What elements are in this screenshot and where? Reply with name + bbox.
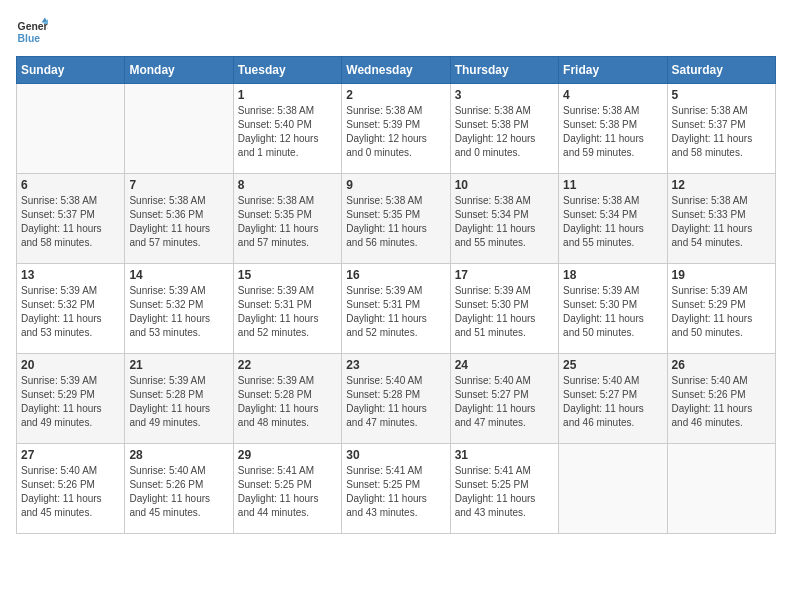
- header-thursday: Thursday: [450, 57, 558, 84]
- day-info: Sunrise: 5:39 AM Sunset: 5:30 PM Dayligh…: [563, 284, 662, 340]
- calendar-cell: 4Sunrise: 5:38 AM Sunset: 5:38 PM Daylig…: [559, 84, 667, 174]
- calendar-cell: 10Sunrise: 5:38 AM Sunset: 5:34 PM Dayli…: [450, 174, 558, 264]
- day-number: 25: [563, 358, 662, 372]
- calendar-week-row: 13Sunrise: 5:39 AM Sunset: 5:32 PM Dayli…: [17, 264, 776, 354]
- day-info: Sunrise: 5:40 AM Sunset: 5:26 PM Dayligh…: [129, 464, 228, 520]
- day-number: 27: [21, 448, 120, 462]
- calendar-cell: 5Sunrise: 5:38 AM Sunset: 5:37 PM Daylig…: [667, 84, 775, 174]
- day-info: Sunrise: 5:39 AM Sunset: 5:29 PM Dayligh…: [672, 284, 771, 340]
- calendar-cell: 6Sunrise: 5:38 AM Sunset: 5:37 PM Daylig…: [17, 174, 125, 264]
- calendar-cell: 30Sunrise: 5:41 AM Sunset: 5:25 PM Dayli…: [342, 444, 450, 534]
- day-info: Sunrise: 5:39 AM Sunset: 5:29 PM Dayligh…: [21, 374, 120, 430]
- logo: General Blue: [16, 16, 48, 48]
- day-info: Sunrise: 5:38 AM Sunset: 5:37 PM Dayligh…: [672, 104, 771, 160]
- day-number: 16: [346, 268, 445, 282]
- day-number: 3: [455, 88, 554, 102]
- day-number: 19: [672, 268, 771, 282]
- page-header: General Blue: [16, 16, 776, 48]
- day-info: Sunrise: 5:39 AM Sunset: 5:28 PM Dayligh…: [238, 374, 337, 430]
- calendar-cell: 31Sunrise: 5:41 AM Sunset: 5:25 PM Dayli…: [450, 444, 558, 534]
- day-info: Sunrise: 5:40 AM Sunset: 5:26 PM Dayligh…: [672, 374, 771, 430]
- header-friday: Friday: [559, 57, 667, 84]
- calendar-week-row: 20Sunrise: 5:39 AM Sunset: 5:29 PM Dayli…: [17, 354, 776, 444]
- day-number: 31: [455, 448, 554, 462]
- calendar-cell: 3Sunrise: 5:38 AM Sunset: 5:38 PM Daylig…: [450, 84, 558, 174]
- day-info: Sunrise: 5:38 AM Sunset: 5:34 PM Dayligh…: [455, 194, 554, 250]
- day-number: 18: [563, 268, 662, 282]
- day-number: 21: [129, 358, 228, 372]
- day-info: Sunrise: 5:38 AM Sunset: 5:38 PM Dayligh…: [455, 104, 554, 160]
- day-number: 1: [238, 88, 337, 102]
- logo-icon: General Blue: [16, 16, 48, 48]
- day-number: 10: [455, 178, 554, 192]
- day-number: 4: [563, 88, 662, 102]
- day-number: 14: [129, 268, 228, 282]
- calendar-week-row: 6Sunrise: 5:38 AM Sunset: 5:37 PM Daylig…: [17, 174, 776, 264]
- day-info: Sunrise: 5:38 AM Sunset: 5:39 PM Dayligh…: [346, 104, 445, 160]
- day-info: Sunrise: 5:38 AM Sunset: 5:40 PM Dayligh…: [238, 104, 337, 160]
- calendar-cell: [17, 84, 125, 174]
- day-number: 13: [21, 268, 120, 282]
- day-info: Sunrise: 5:38 AM Sunset: 5:35 PM Dayligh…: [238, 194, 337, 250]
- day-info: Sunrise: 5:39 AM Sunset: 5:32 PM Dayligh…: [129, 284, 228, 340]
- day-info: Sunrise: 5:38 AM Sunset: 5:37 PM Dayligh…: [21, 194, 120, 250]
- day-info: Sunrise: 5:39 AM Sunset: 5:31 PM Dayligh…: [346, 284, 445, 340]
- calendar-cell: 22Sunrise: 5:39 AM Sunset: 5:28 PM Dayli…: [233, 354, 341, 444]
- svg-text:General: General: [18, 21, 48, 32]
- day-info: Sunrise: 5:40 AM Sunset: 5:27 PM Dayligh…: [563, 374, 662, 430]
- header-tuesday: Tuesday: [233, 57, 341, 84]
- calendar-cell: 29Sunrise: 5:41 AM Sunset: 5:25 PM Dayli…: [233, 444, 341, 534]
- calendar-cell: 24Sunrise: 5:40 AM Sunset: 5:27 PM Dayli…: [450, 354, 558, 444]
- svg-text:Blue: Blue: [18, 33, 41, 44]
- day-info: Sunrise: 5:39 AM Sunset: 5:32 PM Dayligh…: [21, 284, 120, 340]
- day-info: Sunrise: 5:41 AM Sunset: 5:25 PM Dayligh…: [238, 464, 337, 520]
- calendar-cell: 1Sunrise: 5:38 AM Sunset: 5:40 PM Daylig…: [233, 84, 341, 174]
- day-info: Sunrise: 5:41 AM Sunset: 5:25 PM Dayligh…: [455, 464, 554, 520]
- day-number: 20: [21, 358, 120, 372]
- day-number: 6: [21, 178, 120, 192]
- calendar-cell: [667, 444, 775, 534]
- calendar-cell: 26Sunrise: 5:40 AM Sunset: 5:26 PM Dayli…: [667, 354, 775, 444]
- day-number: 28: [129, 448, 228, 462]
- day-number: 17: [455, 268, 554, 282]
- calendar-table: SundayMondayTuesdayWednesdayThursdayFrid…: [16, 56, 776, 534]
- calendar-week-row: 1Sunrise: 5:38 AM Sunset: 5:40 PM Daylig…: [17, 84, 776, 174]
- calendar-cell: 13Sunrise: 5:39 AM Sunset: 5:32 PM Dayli…: [17, 264, 125, 354]
- day-number: 7: [129, 178, 228, 192]
- calendar-week-row: 27Sunrise: 5:40 AM Sunset: 5:26 PM Dayli…: [17, 444, 776, 534]
- calendar-cell: 14Sunrise: 5:39 AM Sunset: 5:32 PM Dayli…: [125, 264, 233, 354]
- calendar-cell: 16Sunrise: 5:39 AM Sunset: 5:31 PM Dayli…: [342, 264, 450, 354]
- day-info: Sunrise: 5:39 AM Sunset: 5:28 PM Dayligh…: [129, 374, 228, 430]
- day-info: Sunrise: 5:39 AM Sunset: 5:31 PM Dayligh…: [238, 284, 337, 340]
- day-number: 11: [563, 178, 662, 192]
- day-number: 24: [455, 358, 554, 372]
- calendar-cell: 21Sunrise: 5:39 AM Sunset: 5:28 PM Dayli…: [125, 354, 233, 444]
- calendar-cell: 20Sunrise: 5:39 AM Sunset: 5:29 PM Dayli…: [17, 354, 125, 444]
- day-info: Sunrise: 5:38 AM Sunset: 5:34 PM Dayligh…: [563, 194, 662, 250]
- day-number: 2: [346, 88, 445, 102]
- day-info: Sunrise: 5:39 AM Sunset: 5:30 PM Dayligh…: [455, 284, 554, 340]
- day-number: 5: [672, 88, 771, 102]
- calendar-header-row: SundayMondayTuesdayWednesdayThursdayFrid…: [17, 57, 776, 84]
- day-number: 30: [346, 448, 445, 462]
- day-number: 22: [238, 358, 337, 372]
- day-info: Sunrise: 5:38 AM Sunset: 5:33 PM Dayligh…: [672, 194, 771, 250]
- header-sunday: Sunday: [17, 57, 125, 84]
- day-info: Sunrise: 5:38 AM Sunset: 5:36 PM Dayligh…: [129, 194, 228, 250]
- calendar-cell: 2Sunrise: 5:38 AM Sunset: 5:39 PM Daylig…: [342, 84, 450, 174]
- day-info: Sunrise: 5:40 AM Sunset: 5:28 PM Dayligh…: [346, 374, 445, 430]
- calendar-cell: 11Sunrise: 5:38 AM Sunset: 5:34 PM Dayli…: [559, 174, 667, 264]
- day-number: 8: [238, 178, 337, 192]
- calendar-cell: 17Sunrise: 5:39 AM Sunset: 5:30 PM Dayli…: [450, 264, 558, 354]
- calendar-cell: 25Sunrise: 5:40 AM Sunset: 5:27 PM Dayli…: [559, 354, 667, 444]
- calendar-cell: 8Sunrise: 5:38 AM Sunset: 5:35 PM Daylig…: [233, 174, 341, 264]
- day-info: Sunrise: 5:40 AM Sunset: 5:27 PM Dayligh…: [455, 374, 554, 430]
- calendar-cell: 12Sunrise: 5:38 AM Sunset: 5:33 PM Dayli…: [667, 174, 775, 264]
- calendar-cell: 15Sunrise: 5:39 AM Sunset: 5:31 PM Dayli…: [233, 264, 341, 354]
- day-number: 29: [238, 448, 337, 462]
- calendar-cell: 27Sunrise: 5:40 AM Sunset: 5:26 PM Dayli…: [17, 444, 125, 534]
- header-monday: Monday: [125, 57, 233, 84]
- calendar-cell: [125, 84, 233, 174]
- calendar-cell: 19Sunrise: 5:39 AM Sunset: 5:29 PM Dayli…: [667, 264, 775, 354]
- header-saturday: Saturday: [667, 57, 775, 84]
